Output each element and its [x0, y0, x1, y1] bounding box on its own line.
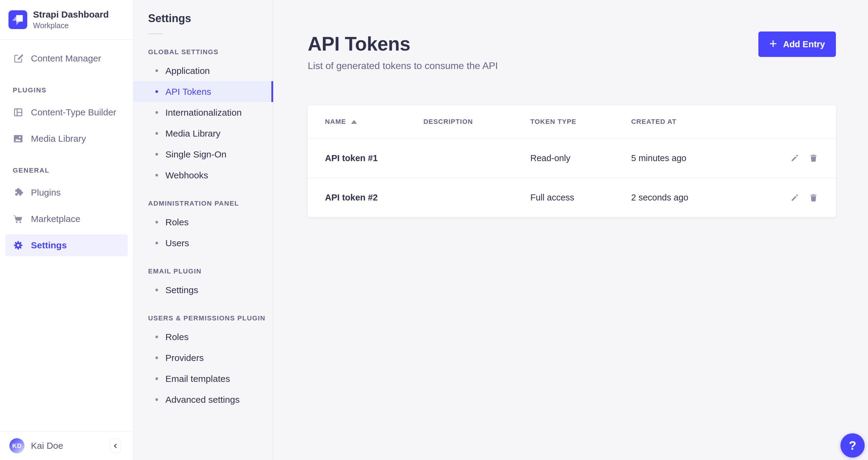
sidebar-footer: KD Kai Doe: [0, 431, 133, 460]
settings-item-up-providers[interactable]: Providers: [133, 347, 273, 368]
sidebar-item-settings[interactable]: Settings: [5, 235, 128, 256]
settings-item-api-tokens[interactable]: API Tokens: [133, 81, 273, 102]
bullet-icon: [155, 336, 158, 338]
trash-icon: [809, 193, 818, 202]
pencil-icon: [790, 193, 799, 202]
column-header-description: DESCRIPTION: [424, 118, 530, 126]
delete-token-button[interactable]: [808, 153, 818, 163]
edit-token-button[interactable]: [789, 193, 800, 203]
settings-item-email-settings[interactable]: Settings: [133, 279, 273, 300]
tokens-table-card: NAME DESCRIPTION TOKEN TYPE CREATED AT A…: [308, 105, 836, 217]
token-created-at: 5 minutes ago: [631, 153, 767, 163]
nav-item-label: Settings: [31, 240, 67, 250]
page-title: API Tokens: [308, 33, 836, 55]
token-name: API token #2: [325, 193, 424, 203]
subnav-section-administration-panel: ADMINISTRATION PANEL Roles Users: [133, 200, 273, 253]
brand-subtitle: Workplace: [33, 21, 109, 30]
user-name: Kai Doe: [31, 440, 63, 451]
row-actions: [767, 153, 818, 163]
bullet-icon: [155, 90, 158, 93]
token-type: Full access: [530, 193, 631, 203]
bullet-icon: [155, 377, 158, 380]
settings-item-media-library[interactable]: Media Library: [133, 123, 273, 144]
sidebar-item-plugins[interactable]: Plugins: [5, 182, 128, 204]
subnav-section-label: GLOBAL SETTINGS: [148, 48, 273, 56]
settings-item-application[interactable]: Application: [133, 60, 273, 81]
sidebar-item-content-manager[interactable]: Content Manager: [5, 48, 128, 69]
bullet-icon: [155, 288, 158, 291]
bullet-icon: [155, 398, 158, 401]
table-row[interactable]: API token #1 Read-only 5 minutes ago: [308, 139, 836, 178]
main-nav-menu: Content Manager PLUGINS Content-Type Bui…: [0, 40, 133, 256]
settings-item-admin-roles[interactable]: Roles: [133, 212, 273, 233]
help-button[interactable]: ?: [840, 433, 865, 458]
brand-title: Strapi Dashboard: [33, 9, 109, 20]
chevron-left-icon: [114, 443, 118, 448]
main-sidebar: Strapi Dashboard Workplace Content Manag…: [0, 0, 133, 460]
collapse-sidebar-button[interactable]: [110, 438, 121, 453]
app-root: Strapi Dashboard Workplace Content Manag…: [0, 0, 868, 460]
row-actions: [767, 193, 818, 203]
bullet-icon: [155, 132, 158, 135]
trash-icon: [809, 154, 818, 163]
main-content: API Tokens List of generated tokens to c…: [273, 0, 868, 460]
bullet-icon: [155, 69, 158, 72]
settings-item-internationalization[interactable]: Internationalization: [133, 102, 273, 123]
sidebar-item-marketplace[interactable]: Marketplace: [5, 208, 128, 230]
puzzle-icon: [13, 187, 24, 198]
bullet-icon: [155, 242, 158, 244]
nav-item-label: Media Library: [31, 133, 86, 144]
subnav-section-email-plugin: EMAIL PLUGIN Settings: [133, 267, 273, 300]
page-header: API Tokens List of generated tokens to c…: [273, 0, 868, 71]
token-name: API token #1: [325, 153, 424, 163]
question-mark-icon: ?: [849, 439, 856, 453]
gear-icon: [13, 240, 24, 251]
settings-item-up-advanced-settings[interactable]: Advanced settings: [133, 389, 273, 410]
bullet-icon: [155, 357, 158, 359]
settings-item-up-email-templates[interactable]: Email templates: [133, 368, 273, 389]
page-subtitle: List of generated tokens to consume the …: [308, 60, 836, 71]
settings-item-up-roles[interactable]: Roles: [133, 327, 273, 347]
avatar: KD: [9, 438, 25, 453]
subnav-section-global-settings: GLOBAL SETTINGS Application API Tokens I…: [133, 48, 273, 186]
cart-icon: [13, 214, 24, 224]
plus-icon: +: [769, 37, 777, 50]
brand: Strapi Dashboard Workplace: [0, 0, 133, 40]
table-header-row: NAME DESCRIPTION TOKEN TYPE CREATED AT: [308, 105, 836, 139]
sort-ascending-icon: [351, 120, 357, 124]
settings-item-single-sign-on[interactable]: Single Sign-On: [133, 144, 273, 165]
settings-sidebar: Settings GLOBAL SETTINGS Application API…: [133, 0, 273, 460]
settings-item-admin-users[interactable]: Users: [133, 233, 273, 253]
delete-token-button[interactable]: [808, 193, 818, 203]
nav-item-label: Content Manager: [31, 53, 101, 64]
strapi-logo-icon: [8, 10, 27, 29]
bullet-icon: [155, 221, 158, 223]
user-menu[interactable]: KD Kai Doe: [9, 438, 63, 453]
sidebar-item-content-type-builder[interactable]: Content-Type Builder: [5, 101, 128, 123]
bullet-icon: [155, 153, 158, 156]
column-header-created-at: CREATED AT: [631, 118, 767, 126]
edit-token-button[interactable]: [789, 153, 800, 163]
table-row[interactable]: API token #2 Full access 2 seconds ago: [308, 178, 836, 217]
settings-item-webhooks[interactable]: Webhooks: [133, 165, 273, 186]
sidebar-item-media-library[interactable]: Media Library: [5, 128, 128, 150]
token-created-at: 2 seconds ago: [631, 193, 767, 203]
image-icon: [13, 133, 24, 144]
nav-item-label: Content-Type Builder: [31, 107, 116, 118]
subnav-section-label: USERS & PERMISSIONS PLUGIN: [148, 314, 273, 322]
edit-box-icon: [13, 53, 24, 64]
bullet-icon: [155, 174, 158, 177]
layout-grid-icon: [13, 107, 24, 118]
subnav-title: Settings: [148, 12, 273, 25]
subnav-section-label: ADMINISTRATION PANEL: [148, 200, 273, 208]
column-header-name[interactable]: NAME: [325, 118, 424, 126]
subnav-section-label: EMAIL PLUGIN: [148, 267, 273, 275]
bullet-icon: [155, 111, 158, 114]
token-type: Read-only: [530, 153, 631, 163]
nav-item-label: Marketplace: [31, 214, 80, 224]
subnav-section-users-permissions-plugin: USERS & PERMISSIONS PLUGIN Roles Provide…: [133, 314, 273, 410]
add-entry-button[interactable]: + Add Entry: [758, 31, 836, 57]
nav-item-label: Plugins: [31, 187, 61, 198]
subnav-divider: [148, 33, 163, 34]
pencil-icon: [790, 154, 799, 163]
